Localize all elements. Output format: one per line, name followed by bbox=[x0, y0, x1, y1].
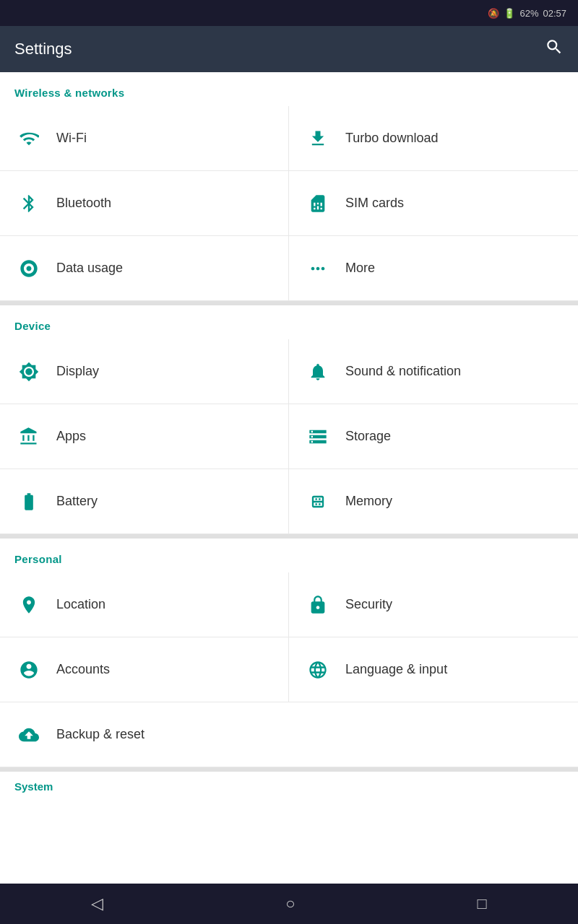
battery-setting-icon bbox=[14, 487, 43, 516]
bluetooth-icon bbox=[14, 189, 43, 218]
personal-grid: Location Security Accounts Language & in… bbox=[0, 572, 578, 767]
search-button[interactable] bbox=[545, 38, 564, 61]
back-button[interactable]: ◁ bbox=[69, 887, 125, 920]
sim-cards-icon bbox=[303, 189, 332, 218]
settings-content: Wireless & networks Wi-Fi Turbo download… bbox=[0, 72, 578, 884]
accounts-icon bbox=[14, 655, 43, 684]
notification-icon: 🔕 bbox=[488, 8, 499, 19]
section-header-personal: Personal bbox=[0, 539, 578, 572]
data-usage-icon bbox=[14, 254, 43, 283]
battery-icon: 🔋 bbox=[504, 8, 515, 19]
wireless-grid: Wi-Fi Turbo download Bluetooth SIM cards bbox=[0, 106, 578, 301]
data-usage-label: Data usage bbox=[56, 261, 123, 276]
more-label: More bbox=[345, 261, 375, 276]
wifi-icon bbox=[14, 124, 43, 153]
memory-label: Memory bbox=[345, 494, 392, 509]
settings-item-memory[interactable]: Memory bbox=[289, 469, 578, 534]
settings-item-sound[interactable]: Sound & notification bbox=[289, 339, 578, 404]
settings-item-language[interactable]: Language & input bbox=[289, 637, 578, 702]
settings-item-apps[interactable]: Apps bbox=[0, 404, 289, 469]
apps-label: Apps bbox=[56, 429, 86, 444]
section-header-system: System bbox=[0, 772, 578, 796]
bottom-nav: ◁ ○ □ bbox=[0, 884, 578, 924]
settings-item-backup[interactable]: Backup & reset bbox=[0, 702, 578, 767]
location-label: Location bbox=[56, 597, 105, 612]
backup-icon bbox=[14, 720, 43, 749]
clock: 02:57 bbox=[543, 8, 566, 19]
bluetooth-label: Bluetooth bbox=[56, 196, 111, 211]
backup-label: Backup & reset bbox=[56, 727, 144, 742]
memory-icon bbox=[303, 487, 332, 516]
device-grid: Display Sound & notification Apps Storag… bbox=[0, 339, 578, 534]
wifi-label: Wi-Fi bbox=[56, 131, 87, 146]
more-icon bbox=[303, 254, 332, 283]
storage-label: Storage bbox=[345, 429, 391, 444]
settings-item-bluetooth[interactable]: Bluetooth bbox=[0, 171, 289, 236]
display-label: Display bbox=[56, 364, 99, 379]
display-icon bbox=[14, 357, 43, 386]
language-label: Language & input bbox=[345, 662, 447, 677]
settings-item-security[interactable]: Security bbox=[289, 572, 578, 637]
settings-item-battery[interactable]: Battery bbox=[0, 469, 289, 534]
settings-item-storage[interactable]: Storage bbox=[289, 404, 578, 469]
settings-item-sim-cards[interactable]: SIM cards bbox=[289, 171, 578, 236]
home-button[interactable]: ○ bbox=[264, 887, 316, 920]
security-icon bbox=[303, 590, 332, 619]
page-title: Settings bbox=[14, 40, 72, 58]
settings-item-data-usage[interactable]: Data usage bbox=[0, 236, 289, 301]
apps-icon bbox=[14, 422, 43, 451]
status-icons: 🔕 🔋 62% 02:57 bbox=[488, 8, 566, 19]
turbo-download-label: Turbo download bbox=[345, 131, 438, 146]
security-label: Security bbox=[345, 597, 392, 612]
location-icon bbox=[14, 590, 43, 619]
turbo-download-icon bbox=[303, 124, 332, 153]
app-bar: Settings bbox=[0, 26, 578, 72]
settings-item-turbo-download[interactable]: Turbo download bbox=[289, 106, 578, 171]
settings-item-location[interactable]: Location bbox=[0, 572, 289, 637]
status-bar: 🔕 🔋 62% 02:57 bbox=[0, 0, 578, 26]
settings-item-wifi[interactable]: Wi-Fi bbox=[0, 106, 289, 171]
section-header-device: Device bbox=[0, 305, 578, 339]
sound-icon bbox=[303, 357, 332, 386]
battery-percent: 62% bbox=[519, 8, 538, 19]
sim-cards-label: SIM cards bbox=[345, 196, 404, 211]
battery-label: Battery bbox=[56, 494, 98, 509]
settings-item-more[interactable]: More bbox=[289, 236, 578, 301]
section-header-wireless: Wireless & networks bbox=[0, 72, 578, 106]
accounts-label: Accounts bbox=[56, 662, 110, 677]
settings-item-display[interactable]: Display bbox=[0, 339, 289, 404]
storage-icon bbox=[303, 422, 332, 451]
recents-button[interactable]: □ bbox=[456, 887, 509, 920]
sound-label: Sound & notification bbox=[345, 364, 461, 379]
settings-item-accounts[interactable]: Accounts bbox=[0, 637, 289, 702]
language-icon bbox=[303, 655, 332, 684]
